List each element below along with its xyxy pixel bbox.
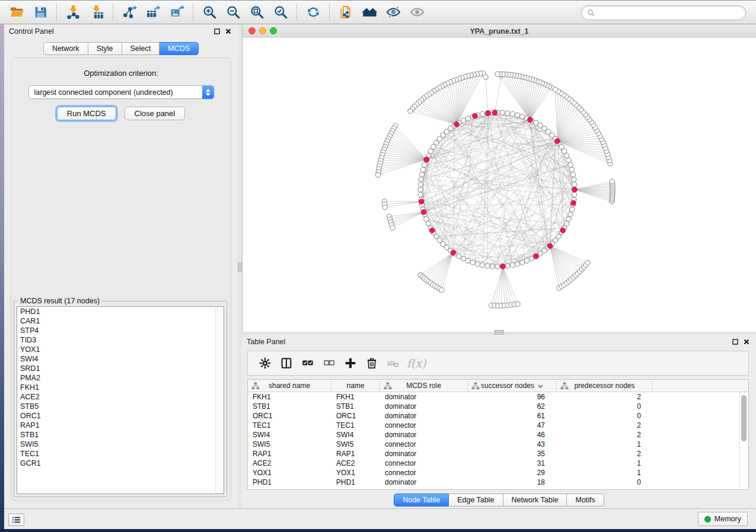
maximize-window-icon[interactable]	[270, 27, 277, 34]
table-scrollbar[interactable]	[739, 392, 748, 489]
add-column-icon[interactable]	[340, 354, 361, 373]
run-mcds-button[interactable]: Run MCDS	[57, 107, 116, 120]
import-network-icon[interactable]	[62, 4, 84, 21]
toolbar-separator	[296, 4, 297, 21]
network-graph[interactable]	[243, 38, 756, 334]
table-panel-title: Table Panel	[247, 338, 285, 346]
float-table-panel-icon[interactable]	[731, 337, 740, 347]
table-row[interactable]: STB1STB1dominator620	[248, 402, 748, 411]
table-cell: connector	[380, 459, 468, 467]
zoom-out-icon[interactable]	[222, 4, 244, 21]
export-image-icon[interactable]	[166, 4, 187, 21]
tab-network[interactable]: Network	[43, 42, 88, 55]
gear-icon[interactable]	[255, 354, 275, 373]
tab-mcds[interactable]: MCDS	[160, 42, 199, 55]
tab-network-table[interactable]: Network Table	[503, 493, 567, 507]
mcds-result-item[interactable]: ACE2	[17, 392, 224, 402]
tab-node-table[interactable]: Node Table	[394, 493, 449, 507]
table-row[interactable]: ORC1ORC1dominator610	[248, 411, 748, 421]
close-window-icon[interactable]	[248, 27, 256, 34]
table-cell: dominator	[380, 450, 468, 458]
float-panel-icon[interactable]	[212, 27, 222, 36]
optimization-criterion-select[interactable]: largest connected component (undirected)	[28, 85, 214, 99]
table-row[interactable]: RAP1RAP1dominator352	[248, 449, 748, 459]
save-icon[interactable]	[30, 4, 51, 21]
minimize-window-icon[interactable]	[259, 27, 266, 34]
table-cell: 61	[468, 412, 557, 420]
mcds-result-item[interactable]: STB5	[17, 402, 224, 411]
columns-icon[interactable]	[276, 354, 296, 373]
table-scrollbar-thumb[interactable]	[741, 395, 747, 441]
memory-status-icon	[704, 516, 711, 523]
mcds-result-item[interactable]: SRD1	[17, 364, 224, 373]
hide-selected-icon[interactable]	[382, 4, 404, 21]
network-window-titlebar[interactable]: YPA_prune.txt_1	[243, 24, 756, 39]
zoom-selected-icon[interactable]	[270, 4, 291, 21]
table-row[interactable]: SWI5SWI5connector431	[248, 440, 748, 449]
search-box[interactable]	[581, 5, 746, 20]
mcds-result-item[interactable]: TEC1	[17, 449, 224, 459]
mcds-result-item[interactable]: FKH1	[17, 383, 224, 392]
export-network-icon[interactable]	[119, 4, 140, 21]
tab-motifs[interactable]: Motifs	[567, 493, 604, 507]
mcds-result-item[interactable]: ORC1	[17, 411, 224, 421]
vertical-splitter-grip[interactable]	[238, 262, 242, 272]
task-history-button[interactable]	[8, 514, 24, 526]
search-input[interactable]	[595, 8, 740, 18]
tab-select[interactable]: Select	[122, 42, 160, 55]
table-cell: ORC1	[248, 412, 331, 420]
deselect-all-icon[interactable]	[319, 354, 339, 373]
import-table-icon[interactable]	[86, 4, 107, 21]
mcds-result-item[interactable]: SWI4	[17, 354, 224, 364]
column-header-predecessor-nodes[interactable]: predecessor nodes	[557, 380, 653, 392]
toolbar-separator	[113, 4, 113, 21]
mcds-list-scrollbar[interactable]	[215, 307, 224, 493]
column-header-shared-name[interactable]: shared name	[248, 380, 331, 392]
mcds-result-item[interactable]: GCR1	[17, 459, 224, 468]
table-row[interactable]: YOX1YOX1connector291	[248, 468, 748, 477]
close-panel-icon[interactable]	[224, 27, 233, 36]
column-header-successor-nodes[interactable]: successor nodes	[468, 380, 557, 392]
mcds-result-item[interactable]: STP4	[17, 326, 224, 335]
table-row[interactable]: PHD1PHD1dominator180	[248, 477, 748, 487]
table-row[interactable]: TEC1TEC1connector472	[248, 421, 748, 430]
table-cell: 2	[557, 393, 653, 401]
table-row[interactable]: SWI4SWI4dominator462	[248, 430, 748, 440]
table-row[interactable]: ACE2ACE2connector311	[248, 459, 748, 468]
mcds-result-item[interactable]: YOX1	[17, 345, 224, 354]
sort-desc-icon	[538, 382, 543, 390]
column-header-name[interactable]: name	[331, 380, 380, 392]
new-network-from-selection-icon[interactable]	[335, 4, 356, 21]
network-canvas[interactable]	[243, 38, 756, 334]
close-panel-button[interactable]: Close panel	[125, 107, 186, 120]
close-table-panel-icon[interactable]	[742, 337, 751, 347]
mcds-result-item[interactable]: SWI5	[17, 440, 224, 449]
table-row[interactable]: FKH1FKH1dominator962	[248, 392, 748, 402]
memory-button[interactable]: Memory	[698, 512, 748, 526]
mcds-result-item[interactable]: STB1	[17, 430, 224, 440]
delete-icon[interactable]	[362, 354, 382, 373]
tab-style[interactable]: Style	[88, 42, 122, 55]
mcds-result-item[interactable]: CAR1	[17, 316, 224, 326]
mcds-result-item[interactable]: PHD1	[17, 307, 224, 316]
mcds-result-item[interactable]: RAP1	[17, 421, 224, 430]
open-file-icon[interactable]	[6, 4, 27, 21]
first-neighbors-icon[interactable]	[359, 4, 380, 21]
zoom-fit-icon[interactable]	[246, 4, 267, 21]
refresh-icon[interactable]	[302, 4, 324, 21]
node-table[interactable]: shared namenameMCDS rolesuccessor nodesp…	[247, 379, 749, 490]
status-bar: Memory	[4, 508, 756, 529]
select-all-icon[interactable]	[298, 354, 318, 373]
zoom-in-icon[interactable]	[199, 4, 220, 21]
mcds-result-item[interactable]: PMA2	[17, 373, 224, 383]
vertical-splitter[interactable]	[238, 24, 242, 508]
mcds-result-list[interactable]: PHD1CAR1STP4TID3YOX1SWI4SRD1PMA2FKH1ACE2…	[17, 306, 224, 494]
tab-edge-table[interactable]: Edge Table	[449, 493, 503, 507]
column-header-MCDS-role[interactable]: MCDS role	[380, 380, 468, 392]
table-cell: 46	[468, 431, 557, 439]
tree-column-icon	[471, 382, 480, 392]
export-table-icon[interactable]	[142, 4, 164, 21]
mcds-result-item[interactable]: TID3	[17, 335, 224, 345]
table-cell: 0	[557, 412, 653, 420]
horizontal-splitter-grip[interactable]	[495, 330, 504, 335]
